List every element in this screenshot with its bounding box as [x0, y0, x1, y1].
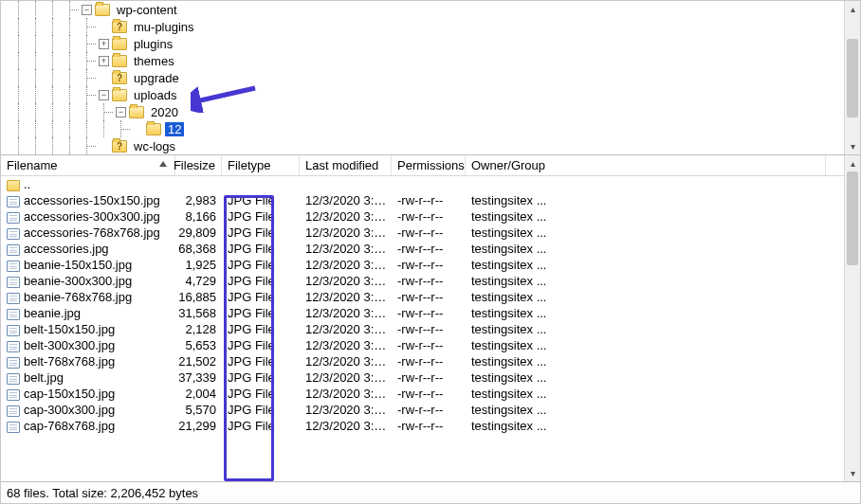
table-row[interactable]: cap-768x768.jpg21,299JPG File12/3/2020 3…	[1, 418, 844, 434]
file-name: belt-768x768.jpg	[24, 354, 115, 369]
file-owner: testingsitex ...	[466, 274, 826, 288]
updir-label: ..	[24, 177, 30, 191]
table-row[interactable]: belt.jpg37,339JPG File12/3/2020 3:55:...…	[1, 369, 844, 386]
parent-directory-row[interactable]: ..	[1, 176, 844, 192]
file-permissions: -rw-r--r--	[392, 242, 466, 256]
scroll-up-icon[interactable]: ▴	[845, 1, 860, 17]
tree-item-label: wc-logs	[131, 139, 178, 153]
file-size: 29,809	[175, 225, 222, 240]
file-owner: testingsitex ...	[466, 354, 826, 369]
file-modified: 12/3/2020 3:55:...	[300, 354, 392, 369]
file-owner: testingsitex ...	[466, 225, 826, 240]
table-row[interactable]: accessories-300x300.jpg8,166JPG File12/3…	[1, 208, 844, 225]
file-owner: testingsitex ...	[466, 338, 826, 352]
file-type: JPG File	[222, 242, 300, 256]
file-size: 16,885	[175, 290, 222, 304]
file-modified: 12/3/2020 3:55:...	[300, 258, 392, 272]
table-row[interactable]: cap-300x300.jpg5,570JPG File12/3/2020 3:…	[1, 402, 844, 418]
file-name: accessories-768x768.jpg	[24, 225, 160, 240]
tree-item-plugins[interactable]: +plugins	[10, 35, 843, 52]
tree-item-mu-plugins[interactable]: mu-plugins	[10, 18, 843, 35]
file-modified: 12/3/2020 3:55:...	[300, 338, 392, 352]
list-body[interactable]: ..accessories-150x150.jpg2,983JPG File12…	[1, 176, 844, 481]
expand-icon[interactable]: +	[99, 56, 109, 66]
file-permissions: -rw-r--r--	[392, 258, 466, 272]
column-ownergroup[interactable]: Owner/Group	[466, 155, 826, 175]
table-row[interactable]: belt-768x768.jpg21,502JPG File12/3/2020 …	[1, 353, 844, 369]
file-permissions: -rw-r--r--	[392, 209, 466, 224]
tree-item-wc-logs[interactable]: wc-logs	[10, 137, 843, 154]
file-type: JPG File	[222, 338, 300, 352]
file-type: JPG File	[222, 193, 300, 207]
tree-item-label: wp-content	[114, 3, 180, 17]
tree-item-themes[interactable]: +themes	[10, 52, 843, 69]
file-size: 21,299	[175, 419, 222, 433]
file-modified: 12/3/2020 3:55:...	[300, 242, 392, 256]
table-row[interactable]: accessories-768x768.jpg29,809JPG File12/…	[1, 225, 844, 241]
file-size: 37,339	[175, 370, 222, 385]
column-filesize[interactable]: Filesize	[175, 155, 222, 175]
collapse-icon[interactable]: −	[82, 5, 92, 15]
tree-item-uploads[interactable]: −uploads	[10, 86, 843, 103]
folder-icon	[95, 4, 110, 16]
file-owner: testingsitex ...	[466, 193, 826, 207]
file-type: JPG File	[222, 419, 300, 433]
file-icon	[7, 405, 20, 417]
file-modified: 12/3/2020 3:55:...	[300, 419, 392, 433]
table-row[interactable]: beanie.jpg31,568JPG File12/3/2020 3:55:.…	[1, 305, 844, 321]
scroll-up-icon[interactable]: ▴	[845, 155, 860, 171]
list-scrollbar[interactable]: ▴ ▾	[844, 155, 860, 481]
expand-icon[interactable]: +	[99, 39, 109, 49]
table-row[interactable]: accessories-150x150.jpg2,983JPG File12/3…	[1, 192, 844, 208]
remote-file-list: Filename Filesize Filetype Last modified…	[1, 155, 860, 482]
file-permissions: -rw-r--r--	[392, 322, 466, 336]
file-modified: 12/3/2020 3:55:...	[300, 306, 392, 320]
table-row[interactable]: beanie-150x150.jpg1,925JPG File12/3/2020…	[1, 257, 844, 273]
tree-scroll-area[interactable]: −wp-contentmu-plugins+plugins+themesupgr…	[1, 1, 843, 154]
file-owner: testingsitex ...	[466, 209, 826, 224]
table-row[interactable]: accessories.jpg68,368JPG File12/3/2020 3…	[1, 241, 844, 257]
tree-item-upgrade[interactable]: upgrade	[10, 69, 843, 86]
table-row[interactable]: beanie-768x768.jpg16,885JPG File12/3/202…	[1, 289, 844, 305]
file-icon	[7, 212, 20, 224]
collapse-icon[interactable]: −	[99, 90, 109, 100]
folder-icon	[112, 140, 127, 153]
file-icon	[7, 389, 20, 401]
tree-item-2020[interactable]: −2020	[10, 103, 843, 120]
table-row[interactable]: belt-150x150.jpg2,128JPG File12/3/2020 3…	[1, 321, 844, 337]
collapse-icon[interactable]: −	[116, 107, 126, 117]
tree-item-wp-content[interactable]: −wp-content	[10, 1, 843, 18]
file-type: JPG File	[222, 387, 300, 401]
scroll-down-icon[interactable]: ▾	[845, 138, 860, 154]
file-size: 4,729	[175, 274, 222, 288]
tree-item-label: uploads	[131, 88, 180, 102]
file-icon	[7, 244, 20, 256]
file-modified: 12/3/2020 3:55:...	[300, 387, 392, 401]
column-lastmodified[interactable]: Last modified	[300, 155, 392, 175]
folder-icon	[112, 89, 127, 101]
file-name: belt-300x300.jpg	[24, 338, 115, 352]
tree-item-label: 2020	[148, 105, 181, 119]
file-size: 2,004	[175, 387, 222, 401]
table-row[interactable]: belt-300x300.jpg5,653JPG File12/3/2020 3…	[1, 337, 844, 353]
tree-scrollbar[interactable]: ▴ ▾	[844, 1, 860, 154]
folder-icon	[112, 21, 127, 33]
file-modified: 12/3/2020 3:55:...	[300, 403, 392, 417]
file-type: JPG File	[222, 370, 300, 385]
file-permissions: -rw-r--r--	[392, 403, 466, 417]
file-size: 1,925	[175, 258, 222, 272]
column-permissions[interactable]: Permissions	[392, 155, 466, 175]
tree-item-12[interactable]: 12	[10, 120, 843, 137]
file-permissions: -rw-r--r--	[392, 274, 466, 288]
file-size: 21,502	[175, 354, 222, 369]
file-permissions: -rw-r--r--	[392, 193, 466, 207]
table-row[interactable]: cap-150x150.jpg2,004JPG File12/3/2020 3:…	[1, 386, 844, 402]
table-row[interactable]: beanie-300x300.jpg4,729JPG File12/3/2020…	[1, 273, 844, 289]
scroll-down-icon[interactable]: ▾	[845, 465, 860, 481]
file-owner: testingsitex ...	[466, 322, 826, 336]
column-filetype[interactable]: Filetype	[222, 155, 300, 175]
file-icon	[7, 261, 20, 272]
column-filename[interactable]: Filename	[1, 155, 175, 175]
file-owner: testingsitex ...	[466, 242, 826, 256]
folder-icon	[112, 38, 127, 50]
